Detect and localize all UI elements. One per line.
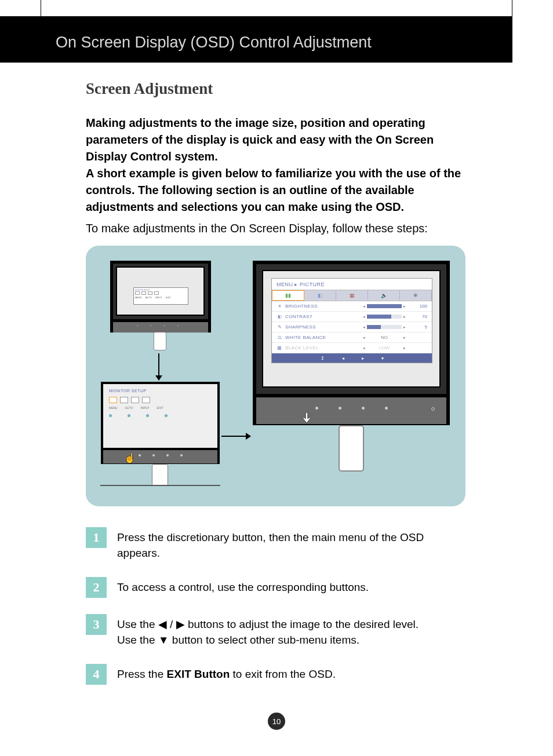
intro-paragraph: Making adjustments to the image size, po… xyxy=(86,115,465,216)
page-crop-marks xyxy=(41,0,512,16)
step-number: 3 xyxy=(86,614,107,635)
hand-cursor-icon: ☝ xyxy=(124,452,136,463)
lead-line: To make adjustments in the On Screen Dis… xyxy=(86,222,428,235)
osd-nav-down-icon: ▾ xyxy=(381,356,384,361)
osd-row: ▦BLACK LEVEL◂LOW▸ xyxy=(272,343,432,353)
osd-row: ☀BRIGHTNESS◂▸100 xyxy=(272,301,432,312)
step-number: 2 xyxy=(86,577,107,598)
down-arrow-icon: ▼ xyxy=(158,634,169,646)
mini-osd: MONITOR SETUP MENU AUTO INPUT EXIT xyxy=(133,287,188,305)
step-4: 4 Press the EXIT Button to exit from the… xyxy=(86,664,468,685)
page-number: 10 xyxy=(268,713,285,730)
power-icon xyxy=(431,407,435,411)
osd-tab-audio-icon: 🔈 xyxy=(368,290,400,301)
step-2: 2 To access a control, use the correspon… xyxy=(86,577,468,598)
osd-tab-picture-icon: ▮▮ xyxy=(272,290,304,301)
osd-tab-display-icon: ▦ xyxy=(336,290,368,301)
step-text: To access a control, use the correspondi… xyxy=(117,577,369,596)
osd-tab-other-icon: ✺ xyxy=(400,290,432,301)
osd-row: ✎SHARPNESS◂▸5 xyxy=(272,322,432,333)
osd-breadcrumb: MENU ▸ PICTURE xyxy=(272,279,432,290)
left-right-arrow-icon: ◀ / ▶ xyxy=(158,618,185,630)
step-text: Press the EXIT Button to exit from the O… xyxy=(117,664,336,682)
osd-label-exit: EXIT xyxy=(157,406,163,410)
section-title: Screen Adjustment xyxy=(86,80,213,98)
monitor-small: MONITOR SETUP MENU AUTO INPUT EXIT • • •… xyxy=(110,261,211,350)
osd-label-menu: MENU xyxy=(109,406,118,410)
osd-row: ⚖WHITE BALANCE◂NO▸ xyxy=(272,333,432,343)
osd-nav-right-icon: ▸ xyxy=(362,356,364,361)
step-number: 1 xyxy=(86,527,107,548)
osd-setup-title: MONITOR SETUP xyxy=(109,389,147,393)
osd-row: ◐CONTRAST◂▸70 xyxy=(272,312,432,322)
step-1: 1 Press the discretionary button, then t… xyxy=(86,527,468,561)
osd-label-auto: AUTO xyxy=(125,406,133,410)
steps-list: 1 Press the discretionary button, then t… xyxy=(86,527,468,701)
step-text: Use the ◀ / ▶ buttons to adjust the imag… xyxy=(117,614,419,648)
header-title: On Screen Display (OSD) Control Adjustme… xyxy=(56,34,372,52)
osd-label-input: INPUT xyxy=(141,406,150,410)
osd-nav-left-icon: ◂ xyxy=(342,356,344,361)
arrow-right-icon xyxy=(221,436,247,437)
arrow-down-icon xyxy=(158,353,159,377)
osd-nav-up-icon: ↥ xyxy=(321,356,325,361)
osd-picture-menu: MENU ▸ PICTURE ▮▮ ◧ ▦ 🔈 ✺ ☀BRIGHTNESS◂▸1… xyxy=(271,278,432,363)
osd-tab-color-icon: ◧ xyxy=(304,290,336,301)
monitor-medium: MONITOR SETUP MENU AUTO INPUT EXIT ☝ xyxy=(101,382,220,495)
monitor-large: MENU ▸ PICTURE ▮▮ ◧ ▦ 🔈 ✺ ☀BRIGHTNESS◂▸1… xyxy=(253,261,450,495)
illustration-panel: MONITOR SETUP MENU AUTO INPUT EXIT • • •… xyxy=(86,246,465,506)
step-text: Press the discretionary button, then the… xyxy=(117,527,468,561)
step-number: 4 xyxy=(86,664,107,685)
step-3: 3 Use the ◀ / ▶ buttons to adjust the im… xyxy=(86,614,468,648)
hand-cursor-icon xyxy=(300,411,313,426)
